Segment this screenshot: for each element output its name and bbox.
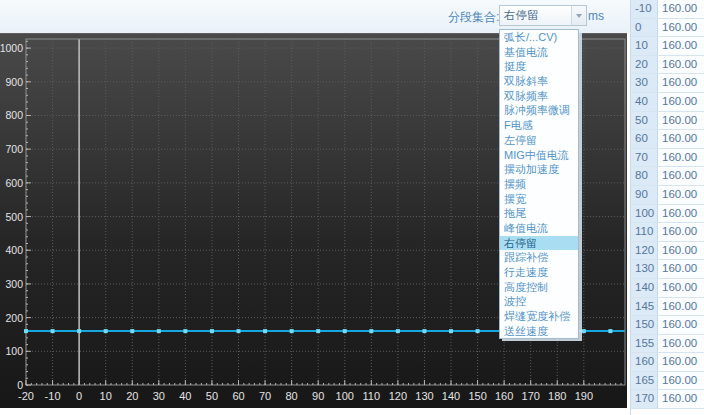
svg-text:110: 110: [363, 390, 381, 402]
table-row: 170160.00: [631, 390, 704, 409]
value-cell[interactable]: 160.00: [658, 0, 704, 18]
table-row: 20160.00: [631, 56, 704, 75]
app-window: 分段集合: 右停留 ms -20-10010203040506070809010…: [0, 0, 704, 415]
time-cell[interactable]: 170: [631, 390, 658, 408]
time-cell[interactable]: 20: [631, 56, 658, 74]
dropdown-item[interactable]: 双脉频率: [500, 89, 578, 104]
svg-text:-20: -20: [18, 390, 34, 402]
value-cell[interactable]: 160.00: [658, 260, 704, 278]
value-cell[interactable]: 160.00: [658, 372, 704, 390]
time-cell[interactable]: -10: [631, 0, 658, 18]
svg-text:150: 150: [468, 390, 486, 402]
svg-text:900: 900: [5, 76, 23, 88]
value-cell[interactable]: 160.00: [658, 316, 704, 334]
svg-text:180: 180: [548, 390, 566, 402]
table-row: 165160.00: [631, 372, 704, 391]
time-cell[interactable]: 100: [631, 205, 658, 223]
time-cell[interactable]: 140: [631, 279, 658, 297]
svg-text:140: 140: [442, 390, 460, 402]
dropdown-item[interactable]: 峰值电流: [500, 221, 578, 236]
segment-table[interactable]: -10160.000160.0010160.0020160.0030160.00…: [630, 0, 704, 415]
combobox-value: 右停留: [500, 8, 571, 23]
value-cell[interactable]: 160.00: [658, 130, 704, 148]
value-cell[interactable]: 160.00: [658, 56, 704, 74]
value-cell[interactable]: 160.00: [658, 279, 704, 297]
time-cell[interactable]: 160: [631, 353, 658, 371]
value-cell[interactable]: 160.00: [658, 74, 704, 92]
dropdown-item[interactable]: 高度控制: [500, 280, 578, 295]
svg-text:90: 90: [312, 390, 324, 402]
time-cell[interactable]: 10: [631, 37, 658, 55]
time-cell[interactable]: 70: [631, 149, 658, 167]
value-cell[interactable]: 160.00: [658, 298, 704, 316]
svg-text:1000: 1000: [0, 42, 23, 54]
time-cell[interactable]: 60: [631, 130, 658, 148]
dropdown-item[interactable]: 摆宽: [500, 192, 578, 207]
time-cell[interactable]: 40: [631, 93, 658, 111]
table-row: 150160.00: [631, 316, 704, 335]
time-cell[interactable]: 50: [631, 112, 658, 130]
segment-combobox[interactable]: 右停留: [499, 5, 587, 26]
table-row: 120160.00: [631, 242, 704, 261]
table-row: 160160.00: [631, 353, 704, 372]
segment-set-label: 分段集合:: [448, 9, 499, 26]
time-cell[interactable]: 155: [631, 335, 658, 353]
dropdown-item[interactable]: 跟踪补偿: [500, 250, 578, 265]
dropdown-item[interactable]: 摆动加速度: [500, 162, 578, 177]
table-row: 10160.00: [631, 37, 704, 56]
dropdown-item[interactable]: 波控: [500, 294, 578, 309]
combobox-dropdown-button[interactable]: [571, 6, 586, 25]
time-cell[interactable]: 0: [631, 19, 658, 37]
value-cell[interactable]: 160.00: [658, 186, 704, 204]
chevron-down-icon: [576, 14, 582, 18]
value-cell[interactable]: 160.00: [658, 149, 704, 167]
table-row: 80160.00: [631, 167, 704, 186]
dropdown-item[interactable]: 脉冲频率微调: [500, 103, 578, 118]
value-cell[interactable]: 160.00: [658, 205, 704, 223]
table-row: 30160.00: [631, 74, 704, 93]
time-cell[interactable]: 110: [631, 223, 658, 241]
segment-dropdown-list[interactable]: 弧长/...CV)基值电流挺度双脉斜率双脉频率脉冲频率微调F电感左停留MIG中值…: [499, 29, 579, 339]
dropdown-item[interactable]: 拖尾: [500, 206, 578, 221]
dropdown-item[interactable]: MIG中值电流: [500, 148, 578, 163]
value-cell[interactable]: 160.00: [658, 93, 704, 111]
dropdown-item[interactable]: 摆频: [500, 177, 578, 192]
table-row: 140160.00: [631, 279, 704, 298]
svg-text:-10: -10: [45, 390, 61, 402]
value-cell[interactable]: 160.00: [658, 390, 704, 408]
svg-text:40: 40: [179, 390, 191, 402]
time-cell[interactable]: 80: [631, 167, 658, 185]
time-cell[interactable]: 145: [631, 298, 658, 316]
dropdown-item[interactable]: 挺度: [500, 59, 578, 74]
time-cell[interactable]: 150: [631, 316, 658, 334]
value-cell[interactable]: 160.00: [658, 353, 704, 371]
value-cell[interactable]: 160.00: [658, 335, 704, 353]
dropdown-item[interactable]: 双脉斜率: [500, 74, 578, 89]
table-row: 100160.00: [631, 205, 704, 224]
value-cell[interactable]: 160.00: [658, 37, 704, 55]
dropdown-item[interactable]: 焊缝宽度补偿: [500, 309, 578, 324]
value-cell[interactable]: 160.00: [658, 167, 704, 185]
table-row: 110160.00: [631, 223, 704, 242]
svg-text:0: 0: [76, 390, 82, 402]
time-cell[interactable]: 165: [631, 372, 658, 390]
time-cell[interactable]: 30: [631, 74, 658, 92]
time-cell[interactable]: 120: [631, 242, 658, 260]
dropdown-item[interactable]: F电感: [500, 118, 578, 133]
dropdown-item[interactable]: 弧长/...CV): [500, 30, 578, 45]
table-row: 145160.00: [631, 298, 704, 317]
value-cell[interactable]: 160.00: [658, 223, 704, 241]
dropdown-item-selected[interactable]: 右停留: [500, 236, 578, 251]
value-cell[interactable]: 160.00: [658, 19, 704, 37]
table-row: 130160.00: [631, 260, 704, 279]
dropdown-item[interactable]: 左停留: [500, 133, 578, 148]
value-cell[interactable]: 160.00: [658, 242, 704, 260]
time-cell[interactable]: 90: [631, 186, 658, 204]
table-row: 0160.00: [631, 19, 704, 38]
dropdown-item[interactable]: 行走速度: [500, 265, 578, 280]
time-cell[interactable]: 130: [631, 260, 658, 278]
dropdown-item[interactable]: 送丝速度: [500, 324, 578, 339]
value-cell[interactable]: 160.00: [658, 112, 704, 130]
table-row: -10160.00: [631, 0, 704, 19]
dropdown-item[interactable]: 基值电流: [500, 45, 578, 60]
